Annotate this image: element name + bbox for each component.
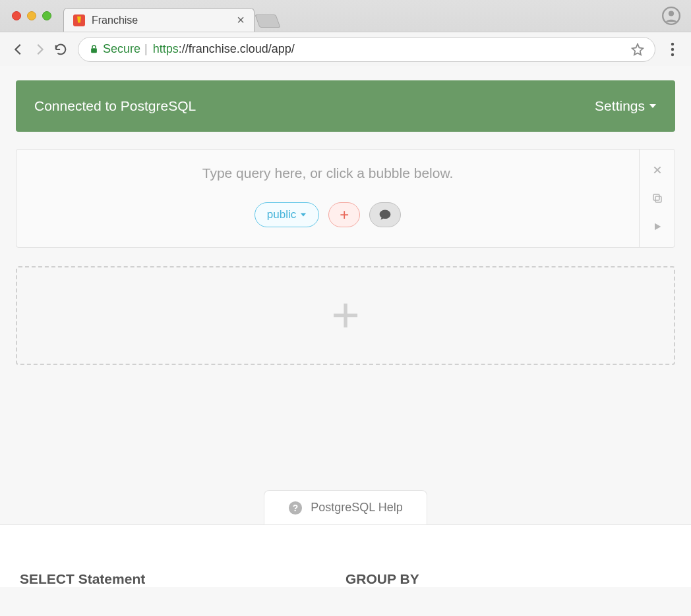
copy-query-button[interactable] — [651, 192, 663, 204]
close-icon — [652, 165, 663, 175]
query-sidebar — [639, 150, 675, 247]
plus-icon: + — [331, 291, 359, 340]
lock-icon — [89, 44, 99, 54]
add-bubble-button[interactable]: + — [328, 202, 360, 227]
tab-title: Franchise — [92, 14, 138, 26]
chat-icon — [378, 208, 392, 221]
window-controls — [12, 11, 51, 20]
user-profile-button[interactable] — [662, 7, 680, 25]
svg-rect-7 — [653, 194, 659, 200]
close-query-button[interactable] — [652, 165, 663, 175]
help-tab-button[interactable]: ? PostgreSQL Help — [264, 490, 427, 524]
settings-label: Settings — [595, 98, 645, 114]
settings-button[interactable]: Settings — [595, 98, 657, 114]
run-query-button[interactable] — [652, 221, 663, 232]
favicon-icon — [73, 14, 85, 26]
url-protocol: https — [153, 42, 179, 56]
nav-forward-button[interactable] — [29, 39, 50, 60]
plus-icon: + — [340, 206, 349, 224]
new-tab-button[interactable] — [255, 14, 280, 28]
svg-point-4 — [671, 47, 674, 50]
help-section: ? PostgreSQL Help SELECT Statement GROUP… — [0, 490, 691, 587]
address-bar[interactable]: Secure | https://franchise.cloud/app/ — [78, 37, 655, 62]
svg-rect-6 — [655, 196, 661, 202]
add-cell-button[interactable]: + — [16, 266, 675, 365]
help-column-groupby: GROUP BY — [346, 571, 671, 587]
browser-chrome: Franchise × Secure | https://franchise.c… — [0, 0, 691, 66]
caret-down-icon — [649, 102, 657, 110]
nav-reload-button[interactable] — [50, 39, 71, 60]
svg-text:?: ? — [293, 503, 298, 513]
help-icon: ? — [288, 501, 303, 515]
bookmark-star-button[interactable] — [631, 43, 644, 56]
secure-label: Secure — [103, 42, 140, 56]
svg-rect-2 — [91, 48, 97, 53]
chat-bubble-button[interactable] — [369, 202, 401, 227]
svg-point-1 — [669, 11, 674, 16]
connection-banner: Connected to PostgreSQL Settings — [16, 80, 675, 132]
query-card: Type query here, or click a bubble below… — [16, 149, 675, 248]
schema-label: public — [267, 208, 296, 221]
browser-tab[interactable]: Franchise × — [63, 8, 255, 32]
connection-status: Connected to PostgreSQL — [34, 98, 196, 114]
bubble-row: public + — [255, 202, 401, 227]
window-close-button[interactable] — [12, 11, 21, 20]
copy-icon — [651, 192, 663, 204]
browser-menu-button[interactable] — [662, 42, 683, 57]
schema-select-bubble[interactable]: public — [255, 202, 319, 227]
svg-point-3 — [671, 42, 674, 45]
window-minimize-button[interactable] — [27, 11, 36, 20]
caret-down-icon — [300, 211, 307, 218]
query-main[interactable]: Type query here, or click a bubble below… — [16, 150, 639, 247]
query-placeholder: Type query here, or click a bubble below… — [202, 165, 454, 181]
help-column-select: SELECT Statement — [20, 571, 346, 587]
page-content: Connected to PostgreSQL Settings Type qu… — [0, 66, 691, 616]
address-divider: | — [144, 42, 148, 56]
tab-bar: Franchise × — [0, 0, 691, 32]
help-tab-label: PostgreSQL Help — [311, 501, 402, 515]
svg-point-5 — [671, 53, 674, 55]
tab-close-button[interactable]: × — [237, 13, 245, 28]
nav-back-button[interactable] — [8, 39, 29, 60]
window-maximize-button[interactable] — [42, 11, 51, 20]
address-row: Secure | https://franchise.cloud/app/ — [0, 32, 691, 66]
url-rest: ://franchise.cloud/app/ — [179, 42, 295, 56]
play-icon — [652, 221, 663, 232]
help-content: SELECT Statement GROUP BY — [0, 524, 691, 587]
